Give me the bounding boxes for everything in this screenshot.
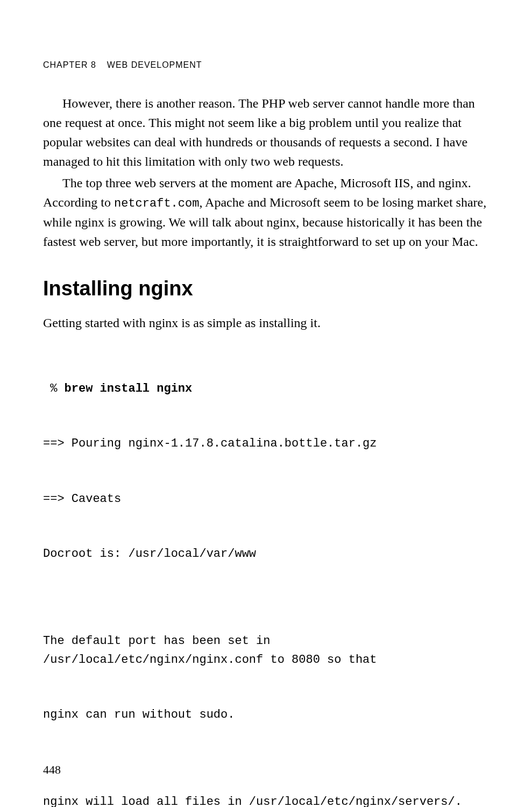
- inline-code-netcraft: netcraft.com: [114, 197, 199, 210]
- chapter-header: Chapter 8Web Development: [43, 60, 489, 70]
- terminal-output-line: nginx will load all files in /usr/local/…: [43, 793, 489, 807]
- terminal-output-line: ==> Pouring nginx-1.17.8.catalina.bottle…: [43, 435, 489, 453]
- terminal-output-line: Docroot is: /usr/local/var/www: [43, 545, 489, 563]
- terminal-command: brew install nginx: [65, 382, 193, 395]
- body-paragraph-1: However, there is another reason. The PH…: [43, 94, 489, 171]
- section-heading: Installing nginx: [43, 277, 489, 300]
- terminal-command-line: % brew install nginx: [43, 380, 489, 398]
- terminal-block-1: % brew install nginx ==> Pouring nginx-1…: [43, 343, 489, 582]
- prompt: %: [43, 382, 65, 395]
- chapter-title: Web Development: [107, 60, 202, 69]
- terminal-output-line: ==> Caveats: [43, 490, 489, 508]
- terminal-block-3: nginx will load all files in /usr/local/…: [43, 756, 489, 807]
- terminal-block-2: The default port has been set in /usr/lo…: [43, 596, 489, 742]
- page-number: 448: [43, 763, 61, 777]
- body-paragraph-2: The top three web servers at the moment …: [43, 173, 489, 251]
- chapter-number: Chapter 8: [43, 60, 96, 69]
- terminal-output-line: nginx can run without sudo.: [43, 706, 489, 724]
- terminal-output-line: The default port has been set in /usr/lo…: [43, 632, 489, 669]
- section-intro: Getting started with nginx is as simple …: [43, 313, 489, 332]
